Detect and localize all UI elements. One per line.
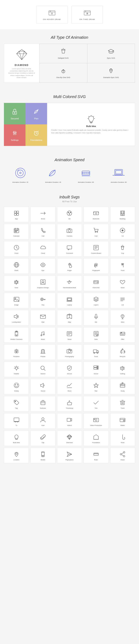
icon-item-video-production[interactable]: Video-Production (83, 413, 108, 429)
icon-item-tv[interactable]: Tv (4, 413, 29, 429)
icon-item-gear[interactable]: Gear (4, 276, 29, 291)
icon-label-sound: Sound (41, 390, 45, 392)
icon-item-art[interactable]: Art (57, 206, 82, 222)
icon-item-calendar[interactable]: Calendar (4, 224, 29, 240)
icon-item-cart[interactable]: Cart (83, 224, 108, 240)
foundations-label: Foundations (30, 139, 42, 141)
icon-item-videos[interactable]: Videos (57, 413, 82, 429)
icon-item-hard-disk[interactable]: Hard-Disk (83, 276, 108, 291)
icon-item-comment[interactable]: Comment (57, 241, 82, 257)
icon-item-smiley[interactable]: Smiley (4, 379, 29, 394)
icon-item-bulb-idea[interactable]: Bulb-Idea (4, 430, 29, 446)
icon-item-fingerprint[interactable]: Fingerprint (83, 258, 108, 274)
icon-item-cloud[interactable]: Cloud (30, 241, 55, 257)
icon-item-app[interactable]: App (4, 206, 29, 222)
icon-item-note[interactable]: Note (83, 327, 108, 343)
icon-item-cup[interactable]: Cup (110, 241, 135, 257)
icon-item-setting[interactable]: Setting (110, 362, 135, 377)
icon-item-loudspeaker[interactable]: Loudspeaker (4, 310, 29, 326)
svg-point-106 (97, 282, 98, 283)
icon-item-wallet[interactable]: Wallet (110, 413, 135, 429)
icon-item-clip[interactable]: Clip (30, 430, 55, 446)
icon-item-earth[interactable]: Earth (4, 258, 29, 274)
icon-item-building[interactable]: Building (110, 206, 135, 222)
icon-item-key[interactable]: Key (30, 293, 55, 308)
icon-label-clock: Clock (15, 252, 19, 254)
icon-item-truck[interactable]: Truck (83, 344, 108, 360)
svg-line-37 (93, 116, 94, 116)
speed-item-2: Animation Duration: 40 (45, 166, 61, 183)
icon-item-stock[interactable]: Stock (57, 379, 82, 394)
icon-label-ruler: Ruler (94, 459, 98, 461)
icon-item-cd[interactable]: Cd (110, 224, 135, 240)
icon-grid: AppArrowArtBanknoteBuildingCalendarCallC… (4, 206, 135, 463)
icon-item-music[interactable]: Music (30, 327, 55, 343)
mic-icon (92, 313, 100, 320)
icon-item-recycle[interactable]: Recycle (110, 344, 135, 360)
icon-item-heart[interactable]: Heart (110, 276, 135, 291)
icon-item-tick[interactable]: Tick (83, 396, 108, 412)
cart-icon (92, 227, 100, 234)
svg-point-211 (94, 419, 94, 420)
icon-item-offer[interactable]: Offer (110, 327, 135, 343)
icon-label-cart: Cart (94, 235, 97, 237)
icon-item-clock[interactable]: Clock (4, 241, 29, 257)
icon-item-laptop[interactable]: Laptop (57, 293, 82, 308)
icon-item-arrow[interactable]: Arrow (30, 206, 55, 222)
icon-item-location[interactable]: Location (4, 448, 29, 463)
suitcase-icon (39, 399, 47, 406)
icon-item-mail[interactable]: Mail (30, 310, 55, 326)
icon-label-mic: Mic (95, 321, 97, 323)
icon-item-search[interactable]: Search (30, 362, 55, 377)
icon-item-map[interactable]: Map (57, 310, 82, 326)
diamond-desc: Lorem ipsum dolor sit amet, consectetur … (8, 68, 35, 79)
icon-item-eye[interactable]: Eye (30, 258, 55, 274)
icon-item-food[interactable]: Food (110, 258, 135, 274)
icon-item-news[interactable]: News (57, 327, 82, 343)
icon-item-handshakeandhak[interactable]: Handshakeandhak (57, 276, 82, 291)
icon-item-server[interactable]: Server (83, 362, 108, 377)
icon-item-list[interactable]: List (110, 293, 135, 308)
svg-marker-124 (14, 314, 17, 319)
icon-item-call[interactable]: Call (30, 224, 55, 240)
icon-item-banknote[interactable]: Banknote (83, 206, 108, 222)
icon-item-content-board[interactable]: Content-Board (83, 241, 108, 257)
icon-label-study: Study (120, 390, 124, 392)
calendar-icon (13, 227, 20, 234)
icon-item-pandrive[interactable]: Pandrive (4, 344, 29, 360)
icon-item-mobile[interactable]: Mobile (30, 448, 55, 463)
icon-item-thumbsup[interactable]: Thumbsup (57, 396, 82, 412)
icon-item-share[interactable]: Share (110, 448, 135, 463)
icon-item-star[interactable]: Star (83, 379, 108, 394)
icon-item-photography[interactable]: Photography (57, 344, 82, 360)
icon-item-ruler[interactable]: Ruler (83, 448, 108, 463)
svg-point-86 (122, 230, 123, 231)
icon-item-panian[interactable]: Panian (30, 344, 55, 360)
icon-item-graphics-design[interactable]: Graphics-Design (30, 276, 55, 291)
svg-rect-90 (67, 246, 72, 249)
icon-item-layers[interactable]: Layers (83, 293, 108, 308)
icon-item-mic[interactable]: Mic (83, 310, 108, 326)
speed-label-4: Animation Duration: 80 (111, 181, 127, 183)
icon-item-diamond[interactable]: Diamond (57, 430, 82, 446)
icon-item-tag[interactable]: Tag (4, 396, 29, 412)
icon-item-finger[interactable]: Finger (57, 258, 82, 274)
icon-item-secure[interactable]: Secure (57, 362, 82, 377)
icon-item-sound[interactable]: Sound (30, 379, 55, 394)
icon-item-foundation[interactable]: Foundation (83, 430, 108, 446)
icon-item-satelite[interactable]: Satelite (4, 362, 29, 377)
icon-item-suitcase[interactable]: Suitcase (30, 396, 55, 412)
icon-label-mobile: Mobile (41, 459, 45, 461)
icon-item-mobile-comment[interactable]: Mobile-Comment (4, 327, 29, 343)
svg-point-193 (122, 382, 123, 384)
icon-item-image[interactable]: Image (4, 293, 29, 308)
icon-item-hook[interactable]: Hook (110, 430, 135, 446)
graphics-design-icon (39, 278, 47, 286)
icon-item-paperplane[interactable]: Paperplane (57, 448, 82, 463)
icon-item-camera[interactable]: Camera (57, 224, 82, 240)
icon-item-user[interactable]: User (30, 413, 55, 429)
icon-item-trash[interactable]: Trash (110, 396, 135, 412)
icon-item-mind[interactable]: Mind (110, 310, 135, 326)
svg-point-176 (41, 366, 44, 370)
icon-item-study[interactable]: Study (110, 379, 135, 394)
